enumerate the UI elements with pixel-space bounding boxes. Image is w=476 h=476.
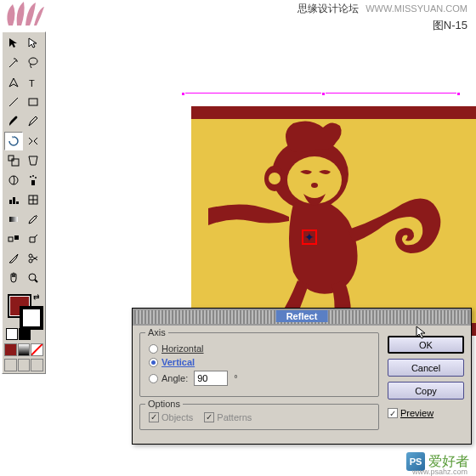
dialog-title: Reflect — [276, 310, 328, 322]
free-transform-tool[interactable] — [24, 151, 42, 170]
svg-point-8 — [30, 176, 31, 178]
figure-label: 图N-15 — [298, 18, 468, 33]
artwork-background: ✦ — [191, 106, 476, 336]
vertical-radio-row[interactable]: Vertical — [149, 357, 370, 367]
hand-tool[interactable] — [4, 269, 23, 287]
gradient-mode-btn[interactable] — [18, 343, 31, 356]
angle-unit: ° — [234, 373, 237, 383]
selection-bounding-box — [183, 93, 459, 97]
blend-tool[interactable] — [4, 230, 23, 248]
gradient-tool[interactable] — [4, 210, 23, 229]
flower-decoration — [0, 0, 47, 30]
mesh-tool[interactable] — [24, 190, 42, 209]
preview-checkbox[interactable] — [388, 408, 398, 418]
screen-mode-3[interactable] — [31, 359, 43, 371]
copy-button[interactable]: Copy — [388, 382, 464, 400]
svg-rect-17 — [9, 217, 18, 222]
svg-rect-13 — [16, 201, 19, 204]
angle-input[interactable] — [194, 371, 228, 386]
magic-wand-tool[interactable] — [4, 54, 23, 72]
slice-tool[interactable] — [4, 249, 23, 268]
svg-point-22 — [29, 274, 36, 280]
objects-label: Objects — [162, 412, 193, 422]
selection-handle[interactable] — [181, 92, 185, 96]
horizontal-radio[interactable] — [149, 344, 158, 354]
svg-point-21 — [29, 254, 32, 258]
svg-text:T: T — [29, 78, 35, 88]
lasso-tool[interactable] — [24, 54, 42, 72]
svg-rect-4 — [8, 156, 14, 161]
selection-handle[interactable] — [321, 92, 326, 96]
vertical-radio[interactable] — [149, 358, 158, 367]
symbol-sprayer-tool[interactable] — [24, 171, 42, 190]
scale-tool[interactable] — [4, 151, 23, 170]
pen-tool[interactable] — [4, 73, 23, 92]
svg-rect-18 — [8, 237, 13, 241]
svg-rect-11 — [9, 200, 12, 204]
mini-swatch-1[interactable] — [6, 328, 18, 340]
type-tool[interactable]: T — [24, 73, 42, 92]
paintbrush-tool[interactable] — [4, 112, 23, 131]
warp-tool[interactable] — [4, 171, 23, 190]
pencil-tool[interactable] — [24, 112, 42, 131]
reflect-dialog: Reflect Axis Horizontal Vertical Angle: … — [132, 308, 472, 445]
angle-label: Angle: — [162, 373, 188, 383]
swap-colors-icon[interactable]: ⇄ — [33, 292, 40, 301]
options-fieldset: Options Objects Patterns — [139, 404, 379, 430]
svg-point-27 — [287, 156, 342, 204]
patterns-checkbox — [204, 412, 214, 422]
graph-tool[interactable] — [4, 190, 23, 209]
options-label: Options — [145, 399, 183, 409]
cancel-button[interactable]: Cancel — [388, 359, 464, 377]
svg-point-28 — [269, 173, 280, 184]
vertical-label: Vertical — [162, 357, 195, 367]
axis-label: Axis — [145, 327, 168, 337]
site-title: 思缘设计论坛 — [298, 3, 359, 14]
eyedropper-tool[interactable] — [24, 210, 42, 229]
selection-handle[interactable] — [456, 92, 461, 96]
page-watermark: 思缘设计论坛 WWW.MISSYUAN.COM 图N-15 — [298, 2, 468, 33]
reflect-tool[interactable] — [24, 132, 42, 150]
horizontal-radio-row[interactable]: Horizontal — [149, 343, 370, 354]
svg-rect-5 — [12, 159, 19, 166]
objects-option: Objects — [149, 412, 193, 422]
mini-swatch-2[interactable] — [19, 328, 31, 340]
svg-point-10 — [35, 177, 37, 178]
zoom-tool[interactable] — [24, 269, 42, 287]
direct-selection-tool[interactable] — [24, 34, 42, 53]
angle-radio-row[interactable]: Angle: ° — [149, 371, 370, 386]
svg-line-24 — [31, 344, 42, 355]
stroke-color-swatch[interactable] — [20, 306, 43, 330]
screen-mode-2[interactable] — [18, 359, 31, 371]
color-mode-btn[interactable] — [4, 343, 17, 356]
svg-rect-12 — [13, 197, 15, 204]
svg-point-29 — [311, 183, 318, 188]
transform-anchor[interactable]: ✦ — [302, 230, 317, 245]
patterns-label: Patterns — [217, 412, 252, 422]
svg-line-23 — [35, 280, 37, 282]
screen-mode-1[interactable] — [4, 359, 17, 371]
artwork-inner: ✦ — [191, 119, 476, 323]
scissors-tool[interactable] — [24, 249, 42, 268]
rectangle-tool[interactable] — [24, 93, 42, 111]
svg-point-9 — [32, 175, 34, 177]
ok-button[interactable]: OK — [388, 336, 464, 354]
ps-url: www.psahz.com — [412, 468, 468, 476]
selection-tool[interactable] — [4, 34, 23, 53]
site-url: WWW.MISSYUAN.COM — [366, 3, 468, 14]
live-paint-tool[interactable] — [24, 230, 42, 248]
angle-radio[interactable] — [149, 374, 158, 383]
objects-checkbox — [149, 412, 159, 422]
svg-point-20 — [29, 259, 32, 263]
color-swatches: ⇄ — [4, 291, 43, 342]
preview-label: Preview — [400, 408, 434, 418]
line-tool[interactable] — [4, 93, 23, 111]
dialog-titlebar[interactable]: Reflect — [133, 309, 471, 326]
svg-rect-7 — [31, 180, 35, 185]
monkey-artwork — [208, 110, 463, 323]
rotate-tool[interactable] — [4, 132, 23, 150]
svg-point-0 — [29, 58, 37, 65]
preview-option[interactable]: Preview — [388, 408, 464, 418]
svg-line-2 — [9, 98, 18, 106]
none-mode-btn[interactable] — [31, 343, 43, 356]
